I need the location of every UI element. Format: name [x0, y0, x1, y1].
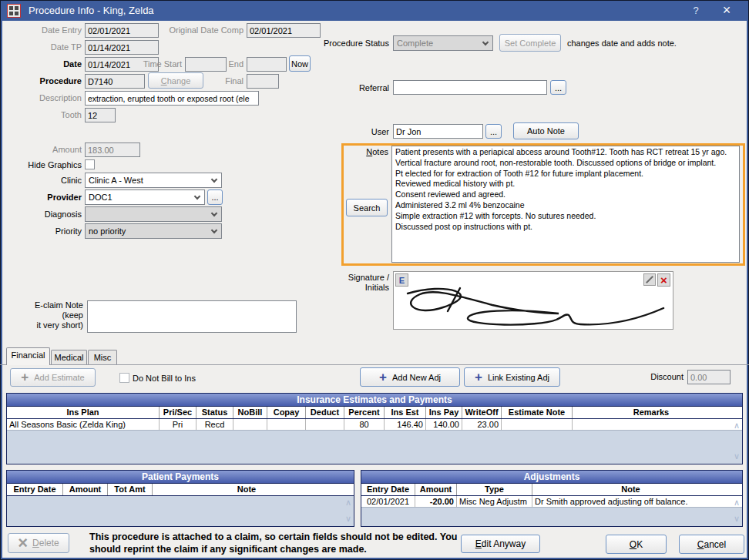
final-label: Final	[218, 76, 244, 86]
plus-icon: +	[379, 374, 387, 381]
change-button[interactable]: Change	[148, 72, 203, 89]
clinic-label: Clinic	[14, 176, 82, 186]
status-hint-text: changes date and adds note.	[567, 39, 698, 49]
help-button[interactable]: ?	[685, 1, 707, 21]
adjustment-row[interactable]: 02/01/2021 -20.00 Misc Neg Adjustm Dr Sm…	[361, 496, 742, 508]
priority-select[interactable]: no priority	[85, 223, 222, 239]
notes-search-button[interactable]: Search	[346, 199, 388, 216]
scroll-down-icon[interactable]: ∨	[734, 515, 740, 523]
plus-icon: +	[21, 374, 29, 381]
provider-select[interactable]: DOC1	[85, 189, 205, 205]
description-field[interactable]: extraction, erupted tooth or exposed roo…	[85, 91, 259, 106]
amount-field[interactable]: 183.00	[85, 143, 140, 157]
user-field[interactable]: Dr Jon	[393, 124, 483, 139]
insurance-grid: Insurance Estimates and Payments Ins Pla…	[6, 393, 743, 464]
tab-misc[interactable]: Misc	[88, 350, 117, 365]
chevron-down-icon	[211, 210, 217, 216]
insurance-grid-header: Ins Plan Pri/Sec Status NoBill Copay Ded…	[7, 407, 742, 419]
date-entry-label: Date Entry	[14, 25, 82, 35]
diagnosis-label: Diagnosis	[14, 210, 82, 220]
chevron-down-icon	[482, 39, 489, 45]
date-tp-label: Date TP	[14, 42, 82, 52]
close-button[interactable]: ×	[716, 1, 737, 19]
pencil-icon[interactable]	[643, 273, 656, 286]
signature-drawing	[398, 280, 670, 327]
delete-button[interactable]: ×Delete	[8, 533, 69, 553]
priority-label: Priority	[14, 226, 82, 236]
chevron-down-icon	[194, 193, 200, 200]
cancel-button[interactable]: Cancel	[679, 535, 744, 554]
insurance-grid-title: Insurance Estimates and Payments	[7, 394, 742, 407]
scroll-up-icon[interactable]: ∧	[345, 498, 351, 507]
time-start-label: Time Start	[141, 59, 182, 69]
delete-x-icon: ×	[18, 538, 28, 548]
original-date-comp-label: Original Date Comp	[139, 25, 244, 35]
hide-graphics-label: Hide Graphics	[8, 160, 82, 170]
signature-box[interactable]: E ×	[393, 271, 673, 330]
tab-financial[interactable]: Financial	[6, 347, 50, 365]
procedure-status-select[interactable]: Complete	[393, 35, 493, 51]
tab-strip-line	[0, 364, 749, 365]
tooth-label: Tooth	[14, 110, 82, 120]
provider-more-button[interactable]: ...	[207, 189, 223, 205]
provider-label: Provider	[14, 193, 82, 203]
clear-signature-icon[interactable]: ×	[657, 273, 670, 287]
date-label: Date	[14, 59, 82, 69]
insurance-row[interactable]: All Seasons Basic (Zelda King) Pri Recd …	[7, 419, 742, 431]
auto-note-button[interactable]: Auto Note	[513, 122, 579, 139]
chevron-down-icon	[211, 227, 217, 233]
do-not-bill-checkbox[interactable]	[119, 373, 129, 383]
final-field[interactable]	[247, 74, 279, 89]
diagnosis-select[interactable]	[85, 206, 222, 222]
adjustments-title: Adjustments	[361, 471, 742, 484]
patient-payments-title: Patient Payments	[7, 471, 354, 484]
set-complete-button[interactable]: Set Complete	[499, 34, 561, 52]
edit-anyway-button[interactable]: Edit Anyway	[461, 535, 540, 553]
user-label: User	[362, 127, 389, 137]
eclaim-note-field[interactable]	[87, 300, 297, 333]
patient-payments-header: Entry Date Amount Tot Amt Note	[7, 484, 354, 496]
discount-label: Discount	[647, 372, 684, 382]
notes-textarea[interactable]: Patient presents with a periapical abces…	[391, 146, 740, 263]
discount-field[interactable]: 0.00	[687, 370, 731, 384]
referral-field[interactable]	[393, 80, 547, 95]
referral-label: Referral	[351, 83, 389, 93]
scroll-down-icon[interactable]: ∨	[345, 515, 351, 523]
tooth-field[interactable]: 12	[85, 108, 116, 122]
procedure-status-label: Procedure Status	[317, 39, 389, 49]
time-end-label: End	[218, 59, 244, 69]
procedure-label: Procedure	[14, 76, 82, 86]
amount-label: Amount	[14, 145, 82, 155]
description-label: Description	[14, 93, 82, 103]
procedure-info-window: Procedure Info - King, Zelda ? × Date En…	[0, 0, 749, 560]
link-existing-adj-button[interactable]: +Link Existing Adj	[464, 367, 560, 387]
plus-icon: +	[475, 374, 482, 381]
clinic-select[interactable]: Clinic A - West	[85, 173, 222, 188]
chevron-down-icon	[211, 176, 217, 183]
ok-button[interactable]: OK	[606, 535, 667, 554]
window-title: Procedure Info - King, Zelda	[29, 1, 154, 21]
scroll-down-icon[interactable]: ∨	[734, 452, 740, 461]
referral-more-button[interactable]: ...	[550, 80, 566, 95]
procedure-field[interactable]: D7140	[85, 74, 145, 89]
scroll-up-icon[interactable]: ∧	[734, 421, 740, 430]
eclaim-note-label: E-claim Note (keep it very short)	[12, 300, 83, 330]
time-end-field[interactable]	[247, 57, 287, 72]
scroll-up-icon[interactable]: ∧	[734, 498, 740, 507]
hide-graphics-checkbox[interactable]	[85, 159, 95, 169]
patient-payments-grid: Patient Payments Entry Date Amount Tot A…	[6, 470, 354, 527]
now-button[interactable]: Now	[289, 55, 311, 72]
adjustments-grid: Adjustments Entry Date Amount Type Note …	[361, 470, 743, 527]
e-sig-button[interactable]: E	[395, 273, 408, 287]
user-more-button[interactable]: ...	[485, 124, 502, 139]
app-grid-icon	[7, 4, 21, 21]
claim-warning-text: This procedure is attached to a claim, s…	[89, 531, 464, 556]
add-estimate-button[interactable]: +Add Estimate	[10, 368, 96, 387]
add-new-adj-button[interactable]: +Add New Adj	[360, 367, 460, 387]
signature-label: Signature / Initials	[330, 273, 389, 293]
adjustments-header: Entry Date Amount Type Note	[361, 484, 742, 496]
title-bar: Procedure Info - King, Zelda ? ×	[1, 1, 748, 21]
date-tp-field[interactable]: 01/14/2021	[85, 40, 159, 55]
tab-medical[interactable]: Medical	[51, 350, 87, 365]
original-date-comp-field[interactable]: 02/01/2021	[247, 23, 321, 38]
